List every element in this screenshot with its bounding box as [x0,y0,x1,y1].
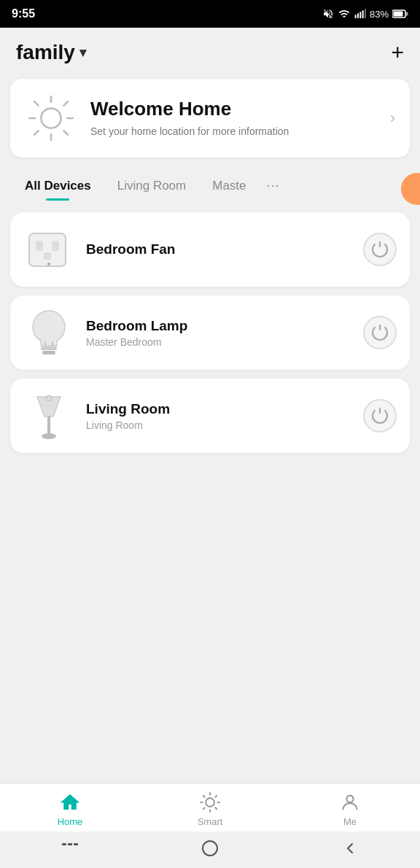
svg-point-21 [47,263,50,266]
svg-rect-23 [42,351,55,354]
orange-indicator [401,173,420,205]
devices-list: Bedroom Fan Bedroom Lamp [0,206,420,621]
family-selector[interactable]: family ▾ [16,41,86,64]
family-label: family [16,41,75,64]
svg-rect-18 [36,241,43,251]
svg-rect-19 [52,241,59,251]
android-back-button[interactable] [335,839,365,858]
device-icon-outlet [23,224,74,275]
device-location-living-room: Living Room [86,419,351,431]
power-button-living-room[interactable] [363,399,397,433]
welcome-subtitle: Set your home location for more informat… [90,125,377,139]
device-card-living-room[interactable]: Living Room Living Room [10,379,410,453]
battery-text: 83% [370,9,389,20]
svg-point-27 [42,433,56,439]
device-info-living-room: Living Room Living Room [86,401,351,431]
svg-point-16 [41,108,61,128]
svg-rect-41 [74,843,78,845]
android-menu-button[interactable] [55,839,85,858]
chevron-down-icon: ▾ [79,44,86,61]
svg-point-28 [46,395,52,401]
svg-rect-40 [68,843,72,845]
tab-master[interactable]: Maste [199,171,259,204]
nav-home-label: Home [58,816,83,827]
power-button-bedroom-lamp[interactable] [363,316,397,349]
status-icons: 83% [322,8,408,20]
device-card-bedroom-fan[interactable]: Bedroom Fan [10,212,410,287]
welcome-card[interactable]: Welcome Home Set your home location for … [10,79,410,158]
status-time: 9:55 [12,7,35,20]
bottom-nav: Home Smart Me [0,783,420,832]
tab-living-room[interactable]: Living Room [104,171,200,204]
add-button[interactable]: + [391,42,404,63]
battery-icon [392,9,408,18]
spacer [0,621,420,784]
smart-icon [199,791,221,813]
svg-rect-17 [29,233,66,266]
svg-point-38 [346,796,353,802]
tabs-row: All Devices Living Room Maste ··· [0,171,420,206]
device-name-bedroom-lamp: Bedroom Lamp [86,318,351,334]
device-icon-bulb [23,307,74,358]
svg-rect-39 [62,843,66,845]
svg-rect-2 [359,12,361,18]
tab-more-button[interactable]: ··· [260,171,287,204]
svg-line-14 [63,101,68,106]
svg-point-29 [206,798,214,807]
nav-me[interactable]: Me [321,791,379,827]
device-name-bedroom-fan: Bedroom Fan [86,241,351,257]
nav-smart[interactable]: Smart [181,791,239,827]
mute-icon [322,8,334,20]
welcome-title: Welcome Home [90,98,377,120]
device-info-bedroom-fan: Bedroom Fan [86,241,351,257]
svg-rect-20 [44,252,51,260]
header: family ▾ + [0,28,420,73]
svg-rect-26 [47,416,50,435]
device-location-bedroom-lamp: Master Bedroom [86,336,351,348]
svg-line-36 [203,807,205,809]
svg-line-32 [203,796,205,797]
device-name-living-room: Living Room [86,401,351,417]
svg-line-13 [63,131,68,135]
svg-line-15 [34,131,39,135]
device-info-bedroom-lamp: Bedroom Lamp Master Bedroom [86,318,351,348]
tab-all-devices[interactable]: All Devices [12,171,104,204]
me-icon [339,791,361,813]
nav-home[interactable]: Home [41,791,99,827]
welcome-chevron-icon: › [390,109,395,128]
home-icon [59,791,81,813]
svg-rect-1 [357,13,359,18]
signal-icon [354,8,366,20]
device-card-bedroom-lamp[interactable]: Bedroom Lamp Master Bedroom [10,295,410,370]
svg-rect-4 [365,9,366,18]
android-home-button[interactable] [195,839,225,858]
status-bar: 9:55 83% [0,0,420,28]
wifi-icon [338,8,351,20]
power-button-bedroom-fan[interactable] [363,233,397,266]
svg-rect-7 [406,12,408,16]
svg-line-37 [215,796,217,797]
svg-rect-0 [355,15,357,18]
device-icon-lamp [23,390,74,441]
tabs-container: All Devices Living Room Maste ··· [0,171,299,204]
welcome-text: Welcome Home Set your home location for … [90,98,377,139]
svg-rect-6 [394,12,403,17]
sun-icon [25,92,77,144]
nav-me-label: Me [343,816,357,827]
svg-rect-22 [41,346,57,350]
svg-rect-42 [203,841,217,856]
android-nav [0,832,420,868]
svg-line-33 [215,807,217,809]
svg-rect-3 [362,10,364,18]
nav-smart-label: Smart [198,816,223,827]
svg-line-12 [34,101,39,106]
